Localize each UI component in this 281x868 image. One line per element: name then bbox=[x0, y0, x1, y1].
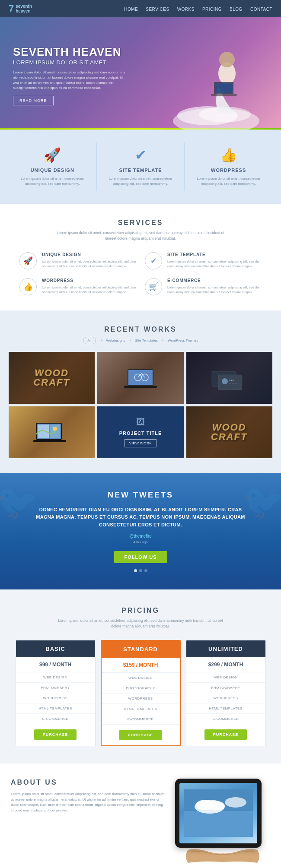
pricing-price-unlimited: $299 / MONTH bbox=[186, 657, 265, 672]
feature-ecommerce-1: E-COMMERCE bbox=[102, 714, 180, 725]
service-icon-1: ✔ bbox=[145, 252, 162, 269]
service-title-2: WORDPRESS bbox=[42, 278, 136, 283]
pricing-price-basic: $99 / MONTH bbox=[16, 657, 95, 672]
feature-wordpress-2: WORDPRESS bbox=[186, 693, 265, 703]
tablet-screen bbox=[179, 783, 257, 843]
feature-ecommerce-2: E-COMMERCE bbox=[186, 714, 265, 724]
service-ecommerce: 🛒 E-COMMERCE Lorem ipsum dolor sit amet,… bbox=[145, 278, 262, 295]
hero-title: SEVENTH HEAVEN bbox=[13, 46, 125, 58]
feature-ecommerce-0: E-COMMERCE bbox=[16, 714, 95, 724]
pricing-subtitle: Lorem ipsum dolor sit amet, consectetuer… bbox=[54, 618, 227, 629]
feature-text-1: Lorem ipsum dolor sit amet, consectetuer… bbox=[103, 176, 178, 187]
tweets-time: 4 hrs ago bbox=[13, 540, 268, 544]
card-illustration: ●●● — — — bbox=[210, 363, 249, 393]
nav-home[interactable]: HOME bbox=[124, 7, 138, 12]
work-item-businesscard[interactable]: ●●● — — — bbox=[186, 352, 272, 404]
feature-webdesign-0: WEB DESIGN bbox=[16, 672, 95, 683]
purchase-button-basic[interactable]: PURCHASE bbox=[34, 729, 77, 740]
work-item-project[interactable]: 🖼 PROJECT TITLE VIEW WORK bbox=[97, 406, 183, 458]
pricing-header-basic: BASIC bbox=[16, 640, 95, 657]
svg-point-30 bbox=[225, 797, 246, 808]
feature-text-0: Lorem ipsum dolor sit amet, consectetuer… bbox=[15, 176, 90, 187]
filter-all-button[interactable]: All bbox=[83, 337, 96, 344]
pricing-features-basic: WEB DESIGN PHOTOGRAPHY WORDPRESS HTML TE… bbox=[16, 672, 95, 724]
pricing-header-standard: STANDARD bbox=[102, 641, 180, 658]
pricing-footer-basic: PURCHASE bbox=[16, 724, 95, 745]
tweets-text: DONEC HENDRERIT DIAM EU ORCI DIGNISSIM, … bbox=[32, 506, 249, 529]
woodcraft2-label: WOODCRAFT bbox=[211, 423, 248, 442]
services-subtitle: Lorem ipsum dolor sit amet, consectetuer… bbox=[54, 230, 227, 241]
nav-services[interactable]: SERVICES bbox=[146, 7, 169, 12]
svg-point-4 bbox=[219, 52, 235, 67]
feature-webdesign-1: WEB DESIGN bbox=[102, 673, 180, 683]
nav-pricing[interactable]: PRICING bbox=[202, 7, 222, 12]
features-section: 🚀 UNIQUE DESIGN Lorem ipsum dolor sit am… bbox=[0, 130, 281, 204]
feature-webdesign-2: WEB DESIGN bbox=[186, 672, 265, 683]
pricing-card-basic: BASIC $99 / MONTH WEB DESIGN PHOTOGRAPHY… bbox=[16, 640, 96, 746]
tweets-dots bbox=[13, 569, 268, 572]
work-item-outdoor[interactable] bbox=[9, 406, 95, 458]
works-filter: All • Webdesigns • Site Templates • Word… bbox=[9, 337, 272, 344]
dot-1[interactable] bbox=[134, 569, 137, 572]
purchase-button-standard[interactable]: PURCHASE bbox=[119, 730, 162, 740]
feature-wordpress-1: WORDPRESS bbox=[102, 694, 180, 704]
feature-title-2: WORDPRESS bbox=[211, 168, 246, 173]
feature-title-1: SITE TEMPLATE bbox=[119, 168, 162, 173]
bird-icon-right: 🐦 bbox=[242, 482, 281, 523]
follow-button[interactable]: FOLLOW US bbox=[114, 551, 167, 563]
logo[interactable]: 7 seventhheaven bbox=[9, 3, 32, 14]
service-icon-3: 🛒 bbox=[145, 278, 162, 295]
image-icon: 🖼 bbox=[136, 417, 145, 427]
feature-wordpress-0: WORDPRESS bbox=[16, 693, 95, 703]
pricing-footer-standard: PURCHASE bbox=[102, 725, 180, 745]
dot-2[interactable] bbox=[139, 569, 142, 572]
feature-photography-0: PHOTOGRAPHY bbox=[16, 683, 95, 693]
hero-text: Lorem ipsum dolor sit amet, consectetuer… bbox=[13, 70, 125, 91]
nav-blog[interactable]: BLOG bbox=[230, 7, 243, 12]
svg-text:— — —: — — — bbox=[229, 382, 237, 385]
dot-3[interactable] bbox=[144, 569, 147, 572]
check-icon: ✔ bbox=[135, 147, 147, 163]
tablet bbox=[175, 779, 262, 848]
feature-unique-design: 🚀 UNIQUE DESIGN Lorem ipsum dolor sit am… bbox=[9, 143, 97, 191]
service-title-3: E-COMMERCE bbox=[167, 278, 262, 283]
works-section: RECENT WORKS All • Webdesigns • Site Tem… bbox=[0, 310, 281, 473]
works-grid: WOODCRAFT bbox=[9, 352, 272, 458]
work-item-woodcraft2[interactable]: WOODCRAFT bbox=[186, 406, 272, 458]
pricing-price-standard: $159 / MONTH bbox=[102, 658, 180, 673]
hero-read-more-button[interactable]: READ MORE bbox=[13, 96, 54, 105]
view-work-button[interactable]: VIEW WORK bbox=[125, 439, 156, 447]
feature-site-template: ✔ SITE TEMPLATE Lorem ipsum dolor sit am… bbox=[97, 143, 185, 191]
hero-content: SEVENTH HEAVEN LOREM IPSUM DOLOR SIT AME… bbox=[13, 46, 125, 105]
hero-subtitle: LOREM IPSUM DOLOR SIT AMET bbox=[13, 59, 125, 66]
bird-icon-left: 🐦 bbox=[0, 482, 39, 523]
nav-contact[interactable]: CONTACT bbox=[250, 7, 272, 12]
service-icon-0: 🚀 bbox=[19, 252, 37, 269]
work-item-woodcraft1[interactable]: WOODCRAFT bbox=[9, 352, 95, 404]
feature-photography-2: PHOTOGRAPHY bbox=[186, 683, 265, 693]
pricing-cards: BASIC $99 / MONTH WEB DESIGN PHOTOGRAPHY… bbox=[9, 640, 272, 746]
service-wordpress: 👍 WORDPRESS Lorem ipsum dolor sit amet, … bbox=[19, 278, 136, 295]
work-item-laptop[interactable] bbox=[97, 352, 183, 404]
feature-htmltemplates-1: HTML TEMPLATES bbox=[102, 704, 180, 714]
logo-text: seventhheaven bbox=[16, 4, 32, 13]
pricing-features-unlimited: WEB DESIGN PHOTOGRAPHY WORDPRESS HTML TE… bbox=[186, 672, 265, 724]
service-title-0: UNIQUE DESIGN bbox=[42, 252, 136, 257]
purchase-button-unlimited[interactable]: PURCHASE bbox=[204, 729, 247, 740]
svg-point-16 bbox=[222, 378, 228, 384]
svg-point-29 bbox=[208, 801, 225, 811]
feature-htmltemplates-0: HTML TEMPLATES bbox=[16, 703, 95, 714]
filter-webdesigns-link[interactable]: Webdesigns bbox=[106, 339, 125, 342]
filter-wordpress-link[interactable]: WordPress Themes bbox=[168, 339, 198, 342]
logo-number: 7 bbox=[9, 3, 14, 14]
pricing-card-unlimited: UNLIMITED $299 / MONTH WEB DESIGN PHOTOG… bbox=[186, 640, 266, 746]
filter-sitetemplates-link[interactable]: Site Templates bbox=[135, 339, 158, 342]
tweets-handle[interactable]: @themefire bbox=[13, 534, 268, 539]
woodcraft-label: WOODCRAFT bbox=[33, 368, 70, 387]
feature-photography-1: PHOTOGRAPHY bbox=[102, 683, 180, 694]
project-title: PROJECT TITLE bbox=[119, 431, 162, 436]
nav-works[interactable]: WORKS bbox=[177, 7, 195, 12]
rocket-icon: 🚀 bbox=[44, 147, 61, 163]
feature-text-2: Lorem ipsum dolor sit amet, consectetuer… bbox=[191, 176, 266, 187]
svg-rect-10 bbox=[128, 370, 153, 385]
